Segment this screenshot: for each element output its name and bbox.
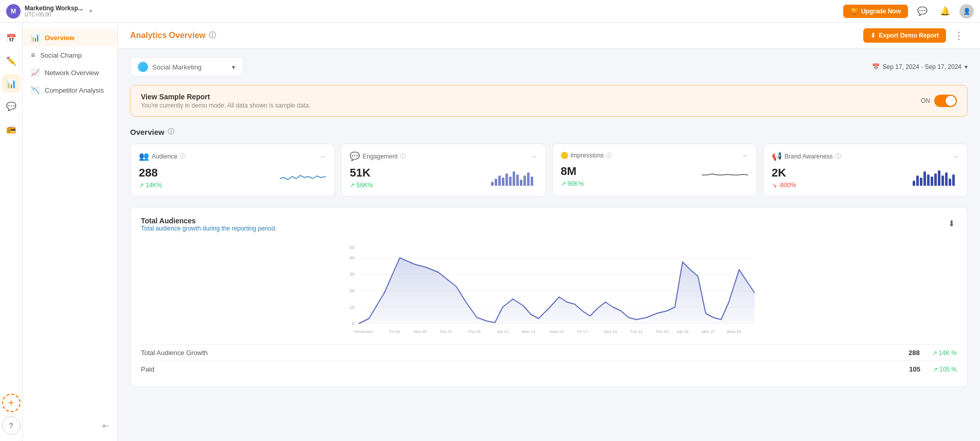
page-title-area: Analytics Overview ⓘ: [130, 31, 216, 40]
account-selector[interactable]: Social Marketing ▾: [130, 57, 243, 77]
brand-bar-chart: [913, 169, 959, 186]
page-header: Analytics Overview ⓘ ⬇ Export Demo Repor…: [118, 23, 980, 49]
workspace-info: Marketing Worksp... UTC+05:00: [25, 5, 83, 17]
svg-text:Tue 07: Tue 07: [440, 329, 452, 334]
engagement-card-header: 💬 Engagement ⓘ →: [350, 151, 537, 161]
brand-bar-3: [920, 178, 922, 186]
engagement-help-icon[interactable]: ⓘ: [400, 152, 406, 160]
demo-mode-banner: View Sample Report You're currently in d…: [130, 85, 968, 117]
page-title-text: Analytics Overview: [130, 31, 206, 40]
svg-text:30: 30: [349, 272, 354, 277]
table-value-total: 288: [909, 349, 920, 357]
sidebar-icon-compose[interactable]: ✏️: [2, 51, 21, 70]
table-value-paid: 105: [909, 365, 920, 373]
add-account-button[interactable]: +: [2, 394, 21, 412]
page-title-help-icon[interactable]: ⓘ: [209, 31, 216, 40]
sidebar-item-overview[interactable]: 📊 Overview: [23, 29, 117, 46]
audience-chart-svg: [280, 168, 326, 185]
trophy-icon: 🏆: [850, 8, 858, 15]
dropdown-chevron-icon: ▾: [232, 63, 235, 71]
audience-up-arrow-icon: ↗: [139, 182, 144, 189]
impressions-value: 8M: [561, 165, 584, 178]
bar-11: [527, 172, 530, 186]
svg-text:40: 40: [349, 255, 354, 260]
svg-text:Nov 05: Nov 05: [414, 329, 427, 334]
svg-text:Tue 21: Tue 21: [630, 329, 643, 334]
chart-card-header: Total Audiences Total audience growth du…: [141, 217, 957, 239]
brand-awareness-label: 📢 Brand Awareness ⓘ: [772, 151, 841, 161]
app-body: 📅 ✏️ 📊 💬 📻 + ? 📊 Overview ≡ Social Champ…: [0, 23, 980, 441]
brand-arrow-icon[interactable]: →: [952, 152, 959, 161]
svg-text:Sat 28: Sat 28: [677, 329, 689, 334]
engagement-bar-chart: [491, 169, 537, 186]
header-actions: ⬇ Export Demo Report ⋮: [863, 28, 968, 43]
sidebar-item-social-champ[interactable]: ≡ Social Champ: [23, 46, 117, 64]
table-row-total: Total Audience Growth 288 ↗ 14K %: [141, 344, 957, 361]
sidebar-icon-listen[interactable]: 📻: [2, 119, 21, 138]
audience-help-icon[interactable]: ⓘ: [180, 152, 186, 160]
impressions-value-area: 8M ↗ 90K%: [561, 165, 584, 187]
bar-1: [491, 182, 494, 186]
nav-sidebar: 📊 Overview ≡ Social Champ 📈 Network Over…: [23, 23, 118, 441]
brand-icon: 📢: [772, 151, 782, 161]
brand-bar-10: [945, 172, 948, 186]
chart-title: Total Audiences: [141, 217, 277, 225]
total-audiences-chart-svg: 0 10 20 30 40 50: [141, 241, 957, 344]
export-button[interactable]: ⬇ Export Demo Report: [863, 28, 946, 43]
brand-change: ↘ -800%: [772, 182, 796, 189]
table-change-paid: ↗ 105 %: [933, 366, 957, 373]
audience-card: 👥 Audience ⓘ → 288 ↗ 14K%: [130, 144, 335, 197]
svg-text:November: November: [354, 329, 373, 334]
collapse-sidebar-button[interactable]: ⇤: [23, 417, 117, 435]
bar-2: [495, 179, 497, 186]
engagement-value: 51K: [350, 166, 373, 180]
help-button[interactable]: ?: [2, 416, 21, 435]
messages-button[interactable]: 💬: [914, 3, 931, 20]
more-options-button[interactable]: ⋮: [950, 28, 968, 43]
brand-value-area: 2K ↘ -800%: [772, 166, 796, 189]
svg-text:Nov 19: Nov 19: [604, 329, 618, 334]
social-champ-icon: ≡: [31, 51, 35, 59]
engagement-arrow-icon[interactable]: →: [530, 152, 537, 161]
sidebar-item-social-champ-label: Social Champ: [40, 51, 82, 59]
overview-title-text: Overview: [130, 128, 165, 136]
workspace-section: M Marketing Worksp... UTC+05:00 ▾: [6, 4, 92, 19]
upgrade-button[interactable]: 🏆 Upgrade Now: [843, 5, 908, 18]
sidebar-item-competitor[interactable]: 📉 Competitor Analysis: [23, 81, 117, 99]
date-range-picker[interactable]: 📅 Sep 17, 2024 - Sep 17, 2024 ▾: [872, 63, 968, 70]
svg-text:20: 20: [349, 288, 354, 293]
impressions-help-icon[interactable]: ⓘ: [606, 152, 612, 160]
overview-icon: 📊: [31, 33, 40, 42]
brand-help-icon[interactable]: ⓘ: [836, 152, 841, 160]
engagement-icon: 💬: [350, 151, 360, 161]
sidebar-icon-engage[interactable]: 💬: [2, 97, 21, 115]
sidebar-item-network-overview[interactable]: 📈 Network Overview: [23, 64, 117, 81]
chart-download-button[interactable]: ⬇: [946, 217, 957, 231]
date-chevron-icon: ▾: [965, 63, 968, 70]
overview-section-title: Overview ⓘ: [130, 127, 968, 136]
impressions-card-header: Impressions ⓘ →: [561, 151, 748, 160]
overview-help-icon[interactable]: ⓘ: [168, 127, 174, 136]
table-total-values: 288 ↗ 14K %: [909, 349, 957, 357]
bar-10: [523, 175, 526, 186]
demo-toggle-switch[interactable]: [934, 95, 957, 107]
sidebar-icon-analytics[interactable]: 📊: [2, 74, 21, 93]
svg-text:Fri 03: Fri 03: [389, 329, 400, 334]
audience-change: ↗ 14K%: [139, 182, 162, 189]
notifications-button[interactable]: 🔔: [937, 3, 953, 20]
sidebar-icon-calendar[interactable]: 📅: [2, 29, 21, 47]
user-avatar[interactable]: 👤: [959, 4, 974, 19]
demo-banner-title: View Sample Report: [141, 93, 311, 101]
impressions-change: ↗ 90K%: [561, 180, 584, 187]
impressions-chart-svg: [702, 167, 748, 183]
engagement-change: ↗ 56K%: [350, 182, 373, 189]
sidebar-item-network-label: Network Overview: [45, 69, 99, 77]
workspace-dropdown-icon[interactable]: ▾: [89, 8, 92, 14]
impressions-arrow-icon[interactable]: →: [741, 151, 748, 160]
impressions-card: Impressions ⓘ → 8M ↗ 90K%: [552, 144, 757, 197]
brand-bar-12: [952, 174, 955, 186]
collapse-icon: ⇤: [102, 421, 109, 431]
audience-arrow-icon[interactable]: →: [319, 152, 326, 161]
filter-bar: Social Marketing ▾ 📅 Sep 17, 2024 - Sep …: [130, 57, 968, 77]
network-icon: 📈: [31, 68, 40, 77]
